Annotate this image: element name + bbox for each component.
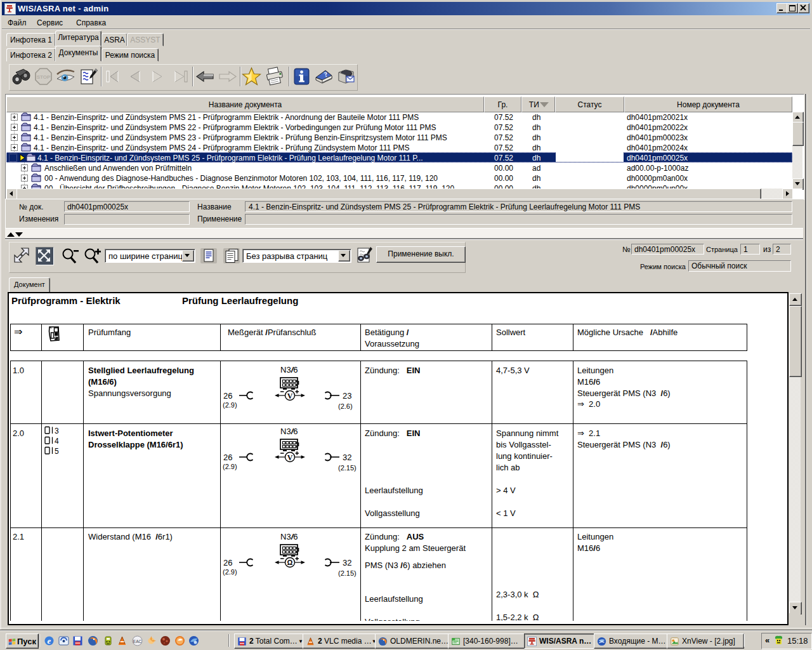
svg-text:26: 26 xyxy=(223,391,232,401)
svg-text:(2.9): (2.9) xyxy=(223,463,237,470)
svg-text:32: 32 xyxy=(343,558,351,567)
svg-text:STOP: STOP xyxy=(37,74,51,80)
svg-text:5: 5 xyxy=(55,447,59,456)
svg-text:e: e xyxy=(48,636,51,646)
svg-text:32: 32 xyxy=(343,453,351,462)
svg-text:23: 23 xyxy=(343,391,351,401)
svg-text:(2.6): (2.6) xyxy=(338,402,353,410)
svg-text:(2.15): (2.15) xyxy=(338,464,357,472)
svg-text:(2.9): (2.9) xyxy=(223,568,237,576)
svg-text:V: V xyxy=(287,453,293,462)
svg-text:26: 26 xyxy=(223,453,232,462)
svg-text:EAC: EAC xyxy=(133,639,142,644)
svg-text:3: 3 xyxy=(55,427,59,435)
svg-text:(2.15): (2.15) xyxy=(338,569,357,577)
svg-text:N3/6: N3/6 xyxy=(280,427,298,436)
svg-text:N3/6: N3/6 xyxy=(280,532,298,541)
svg-text:(2.9): (2.9) xyxy=(223,401,237,409)
svg-text:Ω: Ω xyxy=(287,559,293,566)
svg-text:4: 4 xyxy=(55,437,59,446)
svg-text:V: V xyxy=(287,392,293,401)
svg-text:N3/6: N3/6 xyxy=(280,365,298,375)
svg-text:26: 26 xyxy=(223,558,232,567)
